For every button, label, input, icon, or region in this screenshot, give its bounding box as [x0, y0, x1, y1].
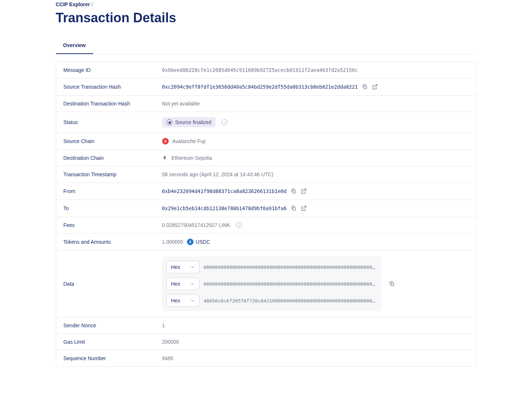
svg-rect-0: [364, 86, 367, 89]
breadcrumb-root-link[interactable]: CCIP Explorer: [56, 1, 90, 7]
tabs: Overview: [56, 37, 476, 54]
svg-line-3: [303, 189, 306, 192]
row-timestamp: Transaction Timestamp 58 seconds ago (Ap…: [56, 166, 476, 183]
ethereum-icon: [162, 155, 168, 161]
pause-icon: ▮▮: [167, 119, 172, 125]
svg-line-5: [303, 206, 306, 209]
value-sender-nonce: 1: [162, 323, 469, 328]
row-dest-chain: Destination Chain Ethereum Sepolia: [56, 150, 476, 166]
row-source-tx-hash: Source Transaction Hash 0xc2094c9eff8fdf…: [56, 78, 476, 96]
value-gas-limit: 200000: [162, 339, 469, 345]
copy-icon[interactable]: [389, 281, 395, 287]
value-sequence-number: 9485: [162, 355, 469, 361]
value-message-id: 0x0beed86228cfe1c2685d645c911689b92725ac…: [162, 67, 469, 73]
status-text: Source finalized: [175, 119, 212, 125]
data-line-2: Hex 48656c6c6f20576f726c6421000000000000…: [167, 294, 377, 307]
row-source-chain: Source Chain Avalanche Fuji: [56, 133, 476, 150]
row-from: From 0xb4e232094d41f98d88371ca8a82362661…: [56, 183, 476, 200]
external-link-icon[interactable]: [301, 188, 307, 194]
label-data: Data: [64, 281, 162, 287]
format-label: Hex: [171, 298, 180, 304]
label-sender-nonce: Sender Nonce: [64, 323, 162, 328]
svg-line-1: [375, 85, 377, 87]
value-source-chain: Avalanche Fuji: [172, 138, 206, 144]
format-select[interactable]: Hex: [167, 294, 199, 307]
data-hex-1: 0000000000000000000000000000000000000000…: [204, 281, 377, 287]
label-message-id: Message ID: [64, 67, 162, 73]
row-to: To 0x29e1cb5eb14cdb12138e788b1478d9bf0a9…: [56, 200, 476, 217]
chevron-down-icon: [190, 265, 195, 269]
external-link-icon[interactable]: [301, 205, 307, 212]
value-from[interactable]: 0xb4e232094d41f98d88371ca8a8236266131b1e…: [162, 188, 287, 194]
value-fees: 0.028527504517412927 LINK: [162, 222, 230, 228]
chevron-down-icon: [190, 298, 195, 303]
tab-overview[interactable]: Overview: [56, 37, 93, 54]
row-gas-limit: Gas Limit 200000: [56, 334, 476, 350]
usdc-icon: $: [187, 239, 194, 245]
copy-icon[interactable]: [290, 205, 297, 212]
info-icon[interactable]: i: [222, 119, 227, 125]
value-token-amount: 1.000000: [162, 239, 183, 245]
page-title: Transaction Details: [56, 10, 476, 26]
label-dest-tx-hash: Destination Transaction Hash: [64, 101, 162, 107]
format-select[interactable]: Hex: [167, 278, 199, 290]
external-link-icon[interactable]: [372, 84, 378, 90]
label-fees: Fees: [64, 222, 162, 228]
row-status: Status ▮▮ Source finalized i: [56, 112, 476, 133]
label-from: From: [64, 188, 162, 194]
label-to: To: [64, 205, 162, 211]
format-select[interactable]: Hex: [167, 261, 199, 273]
copy-icon[interactable]: [290, 188, 297, 194]
label-source-tx-hash: Source Transaction Hash: [64, 84, 162, 90]
info-icon[interactable]: i: [236, 222, 242, 228]
label-status: Status: [64, 119, 162, 125]
svg-rect-4: [293, 208, 295, 210]
value-timestamp: 58 seconds ago (April 12, 2024 at 14:43:…: [162, 171, 469, 177]
details-card: Message ID 0x0beed86228cfe1c2685d645c911…: [56, 62, 476, 367]
value-token-symbol: USDC: [196, 239, 210, 245]
label-gas-limit: Gas Limit: [64, 339, 162, 345]
value-source-tx-hash[interactable]: 0xc2094c9eff8fdf1e3656dd40a5c84bd259e2df…: [162, 84, 358, 90]
value-to[interactable]: 0x29e1cb5eb14cdb12138e788b1478d9bf0a91bf…: [162, 205, 287, 211]
format-label: Hex: [171, 281, 180, 287]
row-dest-tx-hash: Destination Transaction Hash Not yet ava…: [56, 96, 476, 112]
data-hex-2: 48656c6c6f20576f726c64210000000000000000…: [204, 298, 377, 304]
label-source-chain: Source Chain: [64, 138, 162, 144]
row-data: Data Hex 0000000000000000000000000000000…: [56, 251, 476, 317]
label-sequence-number: Sequence Number: [64, 355, 162, 361]
value-dest-tx-hash: Not yet available: [162, 101, 469, 107]
breadcrumb: CCIP Explorer /: [56, 0, 476, 7]
format-label: Hex: [171, 264, 180, 270]
row-message-id: Message ID 0x0beed86228cfe1c2685d645c911…: [56, 62, 476, 78]
row-sender-nonce: Sender Nonce 1: [56, 317, 476, 334]
label-timestamp: Transaction Timestamp: [64, 171, 162, 177]
data-section: Hex 000000000000000000000000000000000000…: [162, 257, 381, 311]
data-hex-0: 0000000000000000000000000000000000000000…: [204, 265, 377, 270]
data-line-1: Hex 000000000000000000000000000000000000…: [167, 278, 377, 290]
svg-rect-2: [293, 190, 295, 193]
svg-rect-6: [391, 283, 394, 286]
breadcrumb-separator: /: [91, 1, 93, 7]
row-fees: Fees 0.028527504517412927 LINK i: [56, 217, 476, 234]
data-line-0: Hex 000000000000000000000000000000000000…: [167, 261, 377, 273]
copy-icon[interactable]: [361, 84, 368, 90]
chevron-down-icon: [190, 282, 195, 286]
label-dest-chain: Destination Chain: [64, 155, 162, 161]
label-tokens: Tokens and Amounts: [64, 239, 162, 245]
row-tokens: Tokens and Amounts 1.000000 $ USDC: [56, 234, 476, 251]
avalanche-icon: [162, 138, 169, 144]
status-badge: ▮▮ Source finalized: [162, 117, 216, 127]
row-sequence-number: Sequence Number 9485: [56, 350, 476, 366]
value-dest-chain: Ethereum Sepolia: [172, 155, 212, 161]
